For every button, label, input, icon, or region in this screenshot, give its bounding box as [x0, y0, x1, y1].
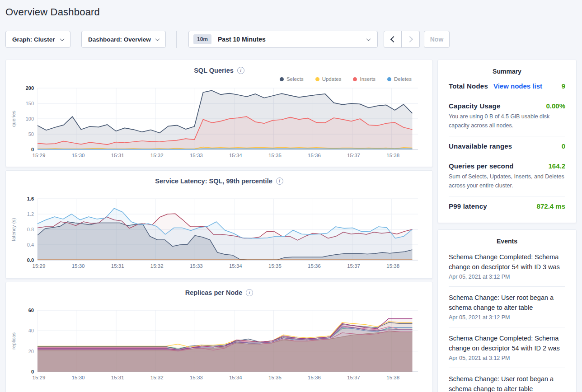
svg-text:15:33: 15:33 — [190, 153, 203, 158]
svg-text:15:36: 15:36 — [308, 263, 321, 269]
svg-text:15:37: 15:37 — [347, 375, 360, 380]
charts-column: SQL Queries i SelectsUpdatesInsertsDelet… — [5, 60, 433, 392]
time-arrows — [384, 31, 420, 48]
legend-dot-icon — [387, 77, 391, 81]
svg-text:0: 0 — [31, 369, 34, 374]
svg-text:15:33: 15:33 — [190, 263, 203, 269]
summary-label: Total Nodes — [449, 82, 488, 90]
chart-title: Service Latency: SQL, 99th percentile — [155, 177, 272, 185]
event-message: Schema Change Completed: Schema change o… — [449, 252, 565, 272]
event-item[interactable]: Schema Change Completed: Schema change o… — [449, 327, 565, 368]
sidebar-column: Summary Total Nodes View nodes list 9 Ca… — [437, 60, 577, 392]
svg-text:15:29: 15:29 — [33, 153, 46, 158]
svg-text:15:34: 15:34 — [229, 153, 242, 158]
svg-text:150: 150 — [26, 101, 34, 106]
svg-text:1.6: 1.6 — [27, 196, 34, 201]
svg-text:15:36: 15:36 — [308, 153, 321, 158]
chart-legend — [6, 185, 432, 194]
summary-value: 0.00% — [546, 102, 565, 110]
svg-text:15:31: 15:31 — [111, 375, 124, 380]
svg-text:15:38: 15:38 — [386, 153, 399, 158]
summary-row-capacity-usage: Capacity Usage 0.00% You are using 0 B o… — [449, 96, 565, 136]
svg-text:15:35: 15:35 — [268, 153, 282, 158]
event-timestamp: Apr 05, 2021 at 3:12 PM — [449, 274, 565, 280]
chart-legend: SelectsUpdatesInsertsDeletes — [6, 75, 432, 84]
svg-text:15:35: 15:35 — [268, 375, 282, 380]
chart-card-service-latency: Service Latency: SQL, 99th percentile i … — [5, 170, 433, 279]
graph-dropdown-label: Graph: Cluster — [12, 36, 55, 43]
events-panel: Events Schema Change Completed: Schema c… — [437, 229, 577, 392]
svg-text:15:33: 15:33 — [190, 375, 203, 380]
legend-dot-icon — [315, 77, 319, 81]
summary-value: 872.4 ms — [537, 202, 565, 210]
view-nodes-list-link[interactable]: View nodes list — [493, 82, 542, 90]
legend-item-deletes: Deletes — [387, 76, 412, 82]
chart-plot[interactable]: 15:2915:3015:3115:3215:3315:3415:3515:36… — [6, 194, 432, 274]
svg-text:15:38: 15:38 — [386, 263, 399, 269]
summary-label: Unavailable ranges — [449, 142, 512, 150]
chart-plot[interactable]: 15:2915:3015:3115:3215:3315:3415:3515:36… — [6, 84, 432, 163]
event-timestamp: Apr 05, 2021 at 3:12 PM — [449, 355, 565, 361]
event-message: Schema Change: User root began a schema … — [449, 293, 565, 313]
svg-text:latency (s): latency (s) — [11, 218, 16, 241]
chart-plot[interactable]: 15:2915:3015:3115:3215:3315:3415:3515:36… — [6, 306, 432, 385]
time-range-selector[interactable]: 10m Past 10 Minutes — [188, 31, 378, 48]
overview-dashboard-page: Overview Dashboard Graph: Cluster Dashbo… — [0, 0, 582, 392]
svg-text:40: 40 — [28, 328, 34, 333]
svg-text:15:31: 15:31 — [111, 263, 124, 269]
legend-item-selects: Selects — [280, 76, 304, 82]
chevron-left-icon — [390, 36, 397, 42]
event-item[interactable]: Schema Change: User root began a schema … — [449, 287, 565, 327]
svg-text:0.8: 0.8 — [27, 227, 34, 232]
now-button[interactable]: Now — [424, 31, 450, 48]
summary-title: Summary — [449, 68, 565, 75]
chart-legend — [6, 297, 432, 306]
legend-dot-icon — [280, 77, 284, 81]
svg-text:15:30: 15:30 — [72, 263, 85, 269]
event-timestamp: Apr 05, 2021 at 3:12 PM — [449, 314, 565, 321]
summary-value: 0 — [562, 142, 565, 150]
chart-title: Replicas per Node — [185, 289, 243, 296]
svg-text:60: 60 — [28, 308, 34, 313]
events-title: Events — [449, 238, 565, 245]
chart-title-row: SQL Queries i — [6, 60, 432, 75]
chevron-right-icon — [406, 36, 413, 42]
prev-range-button[interactable] — [384, 31, 402, 48]
info-icon[interactable]: i — [237, 67, 244, 74]
svg-text:queries: queries — [11, 110, 16, 127]
svg-text:15:32: 15:32 — [150, 153, 164, 158]
event-item[interactable]: Schema Change Completed: Schema change o… — [449, 246, 565, 287]
summary-row-unavailable-ranges: Unavailable ranges 0 — [449, 136, 565, 156]
svg-text:200: 200 — [26, 85, 34, 91]
chart-title-row: Service Latency: SQL, 99th percentile i — [6, 171, 432, 185]
toolbar-divider — [176, 31, 177, 48]
summary-row-total-nodes: Total Nodes View nodes list 9 — [449, 76, 565, 96]
graph-dropdown[interactable]: Graph: Cluster — [5, 31, 70, 48]
svg-text:0.4: 0.4 — [27, 242, 34, 247]
svg-text:0.0: 0.0 — [27, 257, 34, 263]
svg-text:100: 100 — [26, 116, 34, 121]
summary-panel: Summary Total Nodes View nodes list 9 Ca… — [437, 60, 577, 223]
dashboard-dropdown[interactable]: Dashboard: Overview — [81, 31, 166, 48]
range-badge: 10m — [193, 34, 211, 44]
summary-row-queries-per-second: Queries per second 164.2 Sum of Selects,… — [449, 156, 565, 196]
legend-dot-icon — [353, 77, 357, 81]
next-range-button[interactable] — [402, 31, 420, 48]
legend-item-inserts: Inserts — [353, 76, 375, 82]
summary-description: You are using 0 B of 4.5 GiB usable disk… — [449, 112, 565, 130]
svg-text:1.2: 1.2 — [27, 211, 34, 217]
svg-text:15:35: 15:35 — [268, 263, 282, 269]
svg-text:15:37: 15:37 — [347, 153, 360, 158]
info-icon[interactable]: i — [246, 289, 253, 296]
info-icon[interactable]: i — [276, 177, 283, 185]
summary-value: 9 — [562, 82, 565, 90]
summary-label: P99 latency — [449, 202, 487, 210]
chart-title-row: Replicas per Node i — [6, 282, 432, 297]
svg-text:15:29: 15:29 — [33, 263, 46, 269]
svg-text:15:30: 15:30 — [72, 153, 85, 158]
svg-text:15:37: 15:37 — [347, 263, 360, 269]
event-item[interactable]: Schema Change: User root began a schema … — [449, 368, 565, 392]
svg-text:15:31: 15:31 — [111, 153, 124, 158]
svg-text:15:36: 15:36 — [308, 375, 321, 380]
legend-item-updates: Updates — [315, 76, 342, 82]
